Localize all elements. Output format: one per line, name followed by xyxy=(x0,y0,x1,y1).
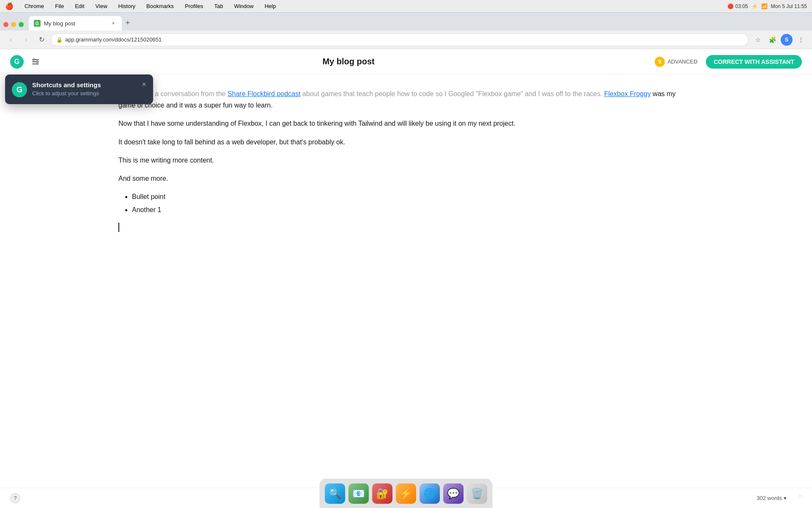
paragraph-2: Now that I have some understanding of Fl… xyxy=(118,118,694,129)
tab-title: My blog post xyxy=(44,20,107,27)
shortcuts-popup: G Shortcuts and settings Click to adjust… xyxy=(5,75,153,104)
tab-favicon: G xyxy=(34,20,41,27)
popup-content: Shortcuts and settings Click to adjust y… xyxy=(32,81,137,97)
editor-container: G My blog post 9 ADVANCED xyxy=(0,49,812,508)
advanced-label: ADVANCED xyxy=(667,58,697,65)
popup-close-button[interactable]: × xyxy=(142,80,146,88)
battery-icon: ⚡ xyxy=(752,3,758,9)
word-count-chevron: ▾ xyxy=(784,495,787,501)
document-content[interactable]: I remember a conversation from the Share… xyxy=(0,75,812,488)
paragraph-1: I remember a conversation from the Share… xyxy=(118,88,694,111)
word-count[interactable]: 302 words ▾ xyxy=(757,495,787,501)
wifi-icon: 📶 xyxy=(761,3,768,9)
address-bar[interactable]: 🔒 app.grammarly.com/ddocs/1215020651 xyxy=(51,33,749,46)
dock-app4[interactable]: ⚡ xyxy=(396,483,416,504)
lock-icon: 🔒 xyxy=(56,37,63,43)
tab-close-button[interactable]: × xyxy=(110,20,117,27)
grammarly-logo[interactable]: G xyxy=(10,55,24,69)
forward-button[interactable]: › xyxy=(20,34,32,46)
menu-help[interactable]: Help xyxy=(263,2,278,10)
bullet-list: Bullet point Another 1 xyxy=(132,191,694,215)
dock-messages[interactable]: 💬 xyxy=(443,483,464,504)
paragraph-5: And some more. xyxy=(118,173,694,184)
document-title: My blog post xyxy=(250,57,447,66)
advanced-badge: 9 ADVANCED xyxy=(655,57,697,67)
menu-tab[interactable]: Tab xyxy=(212,2,225,10)
dock: 🔍 📧 🔐 ⚡ 🌐 💬 🗑️ xyxy=(319,478,493,508)
paragraph-3: It doesn't take long to fall behind as a… xyxy=(118,136,694,148)
refresh-button[interactable]: ↻ xyxy=(36,34,47,46)
dock-chrome[interactable]: 🌐 xyxy=(420,483,440,504)
share-flockbird-link[interactable]: Share Flockbird podcast xyxy=(228,90,301,97)
dock-keychain[interactable]: 🔐 xyxy=(372,483,392,504)
menu-chrome[interactable]: Chrome xyxy=(23,2,46,10)
chrome-window: G My blog post × + ‹ › ↻ 🔒 app.grammarly… xyxy=(0,13,812,508)
flexbox-froggy-link[interactable]: Flexbox Froggy xyxy=(604,90,651,97)
menu-bookmarks[interactable]: Bookmarks xyxy=(145,2,176,10)
issues-count: 9 xyxy=(655,57,665,67)
svg-point-4 xyxy=(36,61,38,63)
paragraph-4: This is me writing more content. xyxy=(118,155,694,166)
menu-edit[interactable]: Edit xyxy=(73,2,86,10)
menu-bar: 🍎 Chrome File Edit View History Bookmark… xyxy=(0,0,812,13)
maximize-window-button[interactable] xyxy=(19,22,24,27)
active-tab[interactable]: G My blog post × xyxy=(29,16,122,30)
chrome-menu-button[interactable]: ⋮ xyxy=(795,34,807,46)
minimize-window-button[interactable] xyxy=(11,22,16,27)
menu-file[interactable]: File xyxy=(53,2,66,10)
clock: Mon 5 Jul 11:55 xyxy=(771,3,807,9)
browser-toolbar: ‹ › ↻ 🔒 app.grammarly.com/ddocs/12150206… xyxy=(0,30,812,49)
correct-with-assistant-button[interactable]: CORRECT WITH ASSISTANT xyxy=(706,55,802,69)
text-cursor xyxy=(118,223,119,232)
menu-window[interactable]: Window xyxy=(232,2,255,10)
popup-subtitle: Click to adjust your settings xyxy=(32,90,137,97)
bullet-item-2: Another 1 xyxy=(132,204,694,215)
battery-time: 🔴 03:05 xyxy=(727,3,748,9)
svg-rect-2 xyxy=(32,64,39,64)
bookmark-button[interactable]: ☆ xyxy=(752,34,764,46)
dock-mail[interactable]: 📧 xyxy=(348,483,369,504)
menu-view[interactable]: View xyxy=(94,2,109,10)
main-area: G My blog post 9 ADVANCED xyxy=(0,49,812,508)
dock-trash[interactable]: 🗑️ xyxy=(467,483,487,504)
url-text: app.grammarly.com/ddocs/1215020651 xyxy=(65,36,743,43)
quote-icon: " xyxy=(798,493,802,504)
toolbar-right: ☆ 🧩 S ⋮ xyxy=(752,34,807,46)
close-window-button[interactable] xyxy=(3,22,8,27)
editor-top-bar: G My blog post 9 ADVANCED xyxy=(0,49,812,75)
back-button[interactable]: ‹ xyxy=(5,34,17,46)
extensions-button[interactable]: 🧩 xyxy=(766,34,778,46)
popup-title: Shortcuts and settings xyxy=(32,81,137,88)
profile-button[interactable]: S xyxy=(781,34,793,46)
status-bar: 🔴 03:05 ⚡ 📶 Mon 5 Jul 11:55 xyxy=(727,3,807,9)
bullet-item-1: Bullet point xyxy=(132,191,694,202)
popup-grammarly-logo: G xyxy=(12,82,27,97)
dock-finder[interactable]: 🔍 xyxy=(325,483,345,504)
traffic-lights xyxy=(3,22,24,27)
tab-bar: G My blog post × + xyxy=(0,13,812,30)
cursor-line[interactable] xyxy=(118,223,694,232)
menu-bar-left: 🍎 Chrome File Edit View History Bookmark… xyxy=(5,2,277,10)
word-count-value: 302 words xyxy=(757,495,782,501)
menu-history[interactable]: History xyxy=(117,2,137,10)
settings-button[interactable] xyxy=(29,55,42,69)
apple-menu[interactable]: 🍎 xyxy=(5,2,14,10)
svg-point-3 xyxy=(33,59,35,61)
new-tab-button[interactable]: + xyxy=(122,17,134,29)
help-button[interactable]: ? xyxy=(10,493,20,503)
menu-profiles[interactable]: Profiles xyxy=(183,2,205,10)
